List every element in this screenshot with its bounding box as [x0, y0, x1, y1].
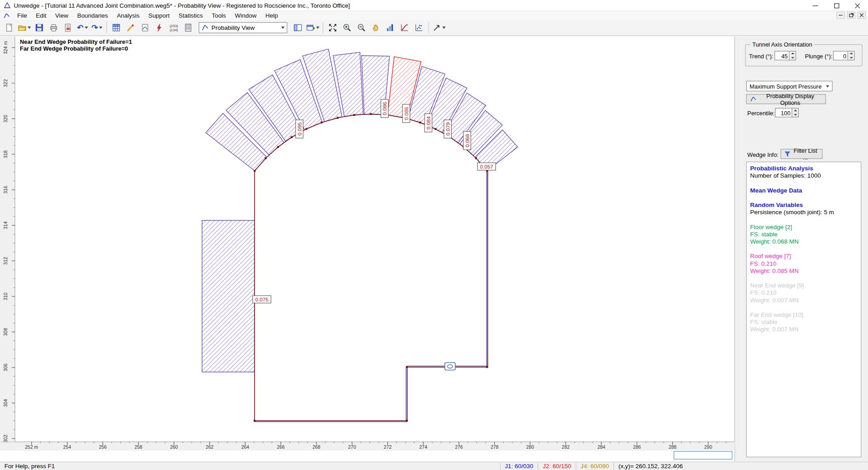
compute-button[interactable]	[152, 21, 167, 34]
close-button[interactable]	[847, 0, 868, 11]
support-designer-button[interactable]	[138, 21, 152, 34]
menu-window[interactable]: Window	[231, 11, 261, 20]
menu-edit[interactable]: Edit	[31, 11, 51, 20]
vertex-node[interactable]	[265, 157, 267, 159]
print-icon	[49, 23, 58, 32]
menu-boundaries[interactable]: Boundaries	[73, 11, 113, 20]
vertex-node[interactable]	[321, 122, 322, 123]
save-file-button[interactable]	[32, 21, 47, 34]
wedge-probability-label: 0.075	[253, 296, 271, 303]
menu-tools[interactable]: Tools	[208, 11, 231, 20]
info-line	[750, 179, 858, 187]
wedge-probability-label: 0.057	[477, 163, 495, 170]
vertex-node[interactable]	[277, 146, 279, 148]
vertex-node[interactable]	[434, 128, 436, 130]
trend-input[interactable]	[774, 51, 789, 61]
vertex-node[interactable]	[305, 128, 307, 130]
vertex-node[interactable]	[254, 420, 255, 422]
scatter-plot-button[interactable]	[412, 21, 426, 34]
undo-dropdown-icon[interactable]	[85, 27, 88, 29]
new-view-button[interactable]	[305, 21, 321, 34]
zoom-in-button[interactable]	[340, 21, 354, 34]
vertex-node[interactable]	[370, 113, 372, 115]
plunge-stepper[interactable]	[833, 51, 855, 61]
trend-spin-buttons[interactable]	[789, 51, 796, 61]
cumulative-plot-button[interactable]	[397, 21, 412, 34]
wedge-combinations-button[interactable]: (233) (134)	[167, 21, 181, 34]
support-mode-dropdown-icon	[826, 85, 829, 87]
minimize-button[interactable]	[805, 0, 826, 11]
vertex-node[interactable]	[419, 122, 421, 123]
annotation-near-end: Near End Wedge Probability of Failure=1	[20, 38, 132, 45]
svg-text:314: 314	[3, 221, 8, 230]
measure-tool-dropdown-icon[interactable]	[442, 27, 445, 29]
svg-text:0.086: 0.086	[382, 102, 387, 115]
input-data-button[interactable]	[123, 21, 138, 34]
vertex-node[interactable]	[291, 136, 292, 138]
wedge-combinations-count: (233) (134)	[170, 24, 178, 32]
new-view-dropdown-icon[interactable]	[316, 27, 319, 29]
floor-wedge[interactable]	[202, 221, 255, 372]
percentile-spin-buttons[interactable]	[792, 108, 799, 118]
menu-file[interactable]: File	[13, 11, 31, 20]
info-viewer-button[interactable]	[181, 21, 195, 34]
vertex-node[interactable]	[254, 170, 255, 172]
project-settings-button[interactable]	[109, 21, 123, 34]
redo-dropdown-icon[interactable]	[99, 27, 102, 29]
svg-text:274: 274	[420, 445, 428, 450]
zoom-out-button[interactable]	[354, 21, 369, 34]
cumulative-plot-icon	[400, 23, 409, 32]
zoom-all-button[interactable]	[326, 21, 340, 34]
pan-button[interactable]	[369, 21, 383, 34]
open-file-dropdown-icon[interactable]	[28, 27, 31, 29]
svg-text:272: 272	[384, 445, 392, 450]
export-image-button[interactable]	[61, 21, 75, 34]
new-view-icon	[306, 23, 315, 32]
maximize-button[interactable]	[826, 0, 847, 11]
open-file-button[interactable]	[17, 21, 32, 34]
info-line	[750, 216, 858, 223]
menu-analysis[interactable]: Analysis	[113, 11, 144, 20]
redo-button[interactable]: ↷	[90, 21, 104, 34]
vertex-node[interactable]	[406, 420, 408, 422]
support-pressure-icon[interactable]	[445, 362, 455, 370]
svg-text:0.068: 0.068	[464, 134, 470, 147]
percentile-input[interactable]	[775, 108, 792, 118]
measure-tool-button[interactable]	[431, 21, 447, 34]
print-button[interactable]	[47, 21, 61, 34]
menu-support[interactable]: Support	[144, 11, 174, 20]
wedge-info-panel[interactable]: Probabilistic AnalysisNumber of Samples:…	[746, 162, 862, 457]
svg-text:290: 290	[704, 445, 712, 450]
vertex-node[interactable]	[406, 366, 408, 368]
panel-splitter[interactable]	[735, 37, 741, 462]
svg-text:302: 302	[3, 435, 8, 443]
menu-help[interactable]: Help	[261, 11, 282, 20]
minimize-icon	[813, 5, 818, 6]
svg-text:0.086: 0.086	[403, 107, 409, 120]
menu-view[interactable]: View	[51, 11, 73, 20]
probability-display-options-button[interactable]: Probability Display Options	[746, 94, 826, 104]
vertex-node[interactable]	[486, 366, 488, 368]
sidebar-toggle-button[interactable]	[291, 21, 305, 34]
model-view-canvas[interactable]: 0.0950.0860.0860.0840.0790.0680.0570.075…	[0, 37, 741, 462]
mdi-minimize-button[interactable]	[836, 12, 844, 19]
view-selector-dropdown-icon[interactable]	[281, 27, 284, 29]
percentile-stepper[interactable]	[775, 108, 799, 118]
new-file-button[interactable]	[2, 21, 17, 34]
histogram-button[interactable]	[383, 21, 397, 34]
plunge-spin-buttons[interactable]	[848, 51, 855, 61]
trend-stepper[interactable]	[774, 51, 796, 61]
canvas-edit-input[interactable]	[674, 451, 732, 459]
undo-button[interactable]: ↶	[75, 21, 90, 34]
mdi-close-button[interactable]	[858, 12, 866, 19]
plunge-input[interactable]	[833, 51, 848, 61]
undo-icon: ↶	[77, 24, 83, 32]
view-selector[interactable]: Probability View	[199, 22, 288, 33]
vertex-node[interactable]	[337, 117, 339, 119]
menu-statistics[interactable]: Statistics	[174, 11, 207, 20]
filter-list-button[interactable]: Filter List ...	[781, 149, 823, 159]
support-mode-select[interactable]: Maximum Support Pressure	[746, 81, 833, 91]
vertex-node[interactable]	[353, 114, 355, 116]
vertex-node[interactable]	[475, 157, 477, 159]
mdi-restore-button[interactable]	[847, 12, 855, 19]
